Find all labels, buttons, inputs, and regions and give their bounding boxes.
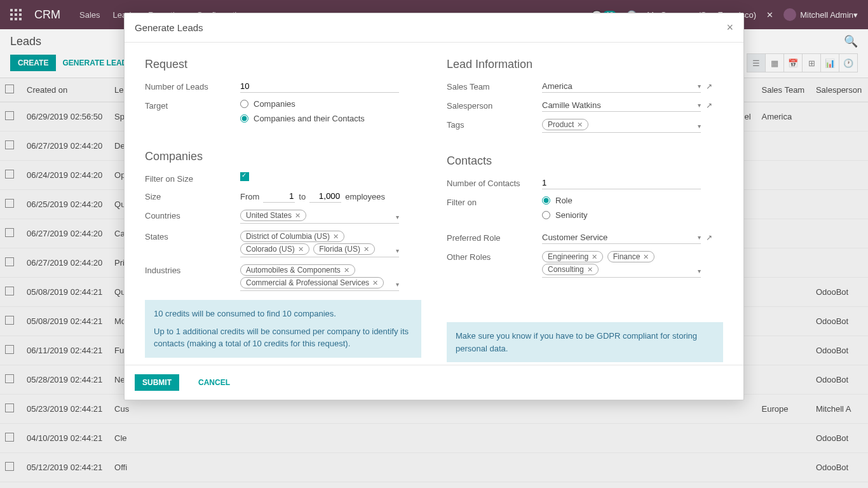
- select-salesperson[interactable]: Camille Watkins▾: [542, 99, 701, 112]
- chevron-down-icon[interactable]: ▾: [396, 247, 399, 254]
- tag-remove-icon[interactable]: ✕: [363, 245, 369, 254]
- label-filter-size: Filter on Size: [145, 172, 240, 184]
- tag-remove-icon[interactable]: ✕: [333, 233, 339, 241]
- label-filter-on: Filter on: [447, 196, 542, 207]
- radio-target-companies-contacts[interactable]: [240, 114, 248, 123]
- submit-button[interactable]: Submit: [135, 374, 179, 391]
- field-industries[interactable]: Automobiles & Components✕ Commercial & P…: [240, 264, 399, 291]
- chevron-down-icon[interactable]: ▾: [698, 268, 701, 274]
- label-number-contacts: Number of Contacts: [447, 177, 542, 188]
- label-number-leads: Number of Leads: [145, 80, 240, 92]
- tag-remove-icon[interactable]: ✕: [372, 279, 378, 287]
- tag-role[interactable]: Finance✕: [607, 251, 655, 262]
- generate-leads-modal: Generate Leads × Request Number of Leads…: [124, 13, 744, 400]
- section-companies: Companies: [145, 150, 421, 163]
- modal-title: Generate Leads: [135, 22, 203, 33]
- label-preferred-role: Preferred Role: [447, 231, 542, 243]
- radio-filter-seniority[interactable]: [542, 211, 550, 219]
- tag-role[interactable]: Engineering✕: [542, 251, 603, 262]
- field-other-roles[interactable]: Engineering✕ Finance✕ Consulting✕ ▾: [542, 250, 701, 278]
- tag-state[interactable]: Florida (US)✕: [313, 243, 375, 255]
- cancel-button[interactable]: Cancel: [191, 374, 238, 391]
- external-link-icon[interactable]: ↗: [706, 101, 712, 110]
- label-sales-team: Sales Team: [447, 80, 542, 92]
- tag-remove-icon[interactable]: ✕: [587, 266, 593, 274]
- field-tags[interactable]: Product✕ ▾: [542, 118, 701, 133]
- chevron-down-icon[interactable]: ▾: [698, 102, 701, 109]
- radio-filter-role[interactable]: [542, 196, 550, 205]
- select-sales-team[interactable]: America▾: [542, 80, 701, 93]
- label-target: Target: [145, 99, 240, 111]
- label-countries: Countries: [145, 209, 240, 220]
- tag-remove-icon[interactable]: ✕: [298, 245, 304, 254]
- tag-remove-icon[interactable]: ✕: [344, 266, 349, 274]
- input-number-contacts[interactable]: [542, 177, 701, 189]
- label-other-roles: Other Roles: [447, 250, 542, 262]
- radio-target-companies[interactable]: [240, 100, 248, 108]
- label-industries: Industries: [145, 264, 240, 275]
- label-tags: Tags: [447, 118, 542, 130]
- chevron-down-icon[interactable]: ▾: [396, 214, 399, 220]
- label-states: States: [145, 230, 240, 241]
- select-preferred-role[interactable]: Customer Service▾: [542, 231, 701, 244]
- chevron-down-icon[interactable]: ▾: [698, 83, 701, 90]
- tag-state[interactable]: Colorado (US)✕: [240, 243, 309, 255]
- checkbox-filter-size[interactable]: [240, 172, 249, 181]
- external-link-icon[interactable]: ↗: [706, 82, 712, 91]
- chevron-down-icon[interactable]: ▾: [396, 281, 399, 288]
- tag-remove-icon[interactable]: ✕: [643, 253, 649, 261]
- modal-close-icon[interactable]: ×: [726, 21, 733, 34]
- tag-industry[interactable]: Automobiles & Components✕: [240, 264, 355, 276]
- label-salesperson: Salesperson: [447, 99, 542, 111]
- external-link-icon[interactable]: ↗: [706, 233, 712, 242]
- label-size: Size: [145, 190, 240, 201]
- gdpr-alert: Make sure you know if you have to be GDP…: [447, 322, 723, 362]
- section-request: Request: [145, 58, 421, 71]
- tag-product[interactable]: Product✕: [542, 119, 588, 130]
- field-states[interactable]: District of Columbia (US)✕ Colorado (US)…: [240, 230, 399, 257]
- input-size-to[interactable]: [309, 190, 341, 203]
- section-lead-information: Lead Information: [447, 58, 723, 71]
- tag-industry[interactable]: Commercial & Professional Services✕: [240, 277, 384, 288]
- field-countries[interactable]: United States✕ ▾: [240, 209, 399, 224]
- tag-remove-icon[interactable]: ✕: [295, 212, 301, 220]
- tag-remove-icon[interactable]: ✕: [592, 253, 597, 261]
- tag-state[interactable]: District of Columbia (US)✕: [240, 231, 344, 242]
- tag-role[interactable]: Consulting✕: [542, 264, 599, 275]
- input-size-from[interactable]: [263, 190, 295, 203]
- tag-remove-icon[interactable]: ✕: [577, 121, 583, 129]
- section-contacts: Contacts: [447, 154, 723, 168]
- credits-alert: 10 credits will be consumed to find 10 c…: [145, 300, 421, 358]
- tag-country[interactable]: United States✕: [240, 210, 306, 221]
- chevron-down-icon[interactable]: ▾: [698, 123, 701, 130]
- chevron-down-icon[interactable]: ▾: [698, 234, 701, 241]
- input-number-leads[interactable]: [240, 80, 399, 93]
